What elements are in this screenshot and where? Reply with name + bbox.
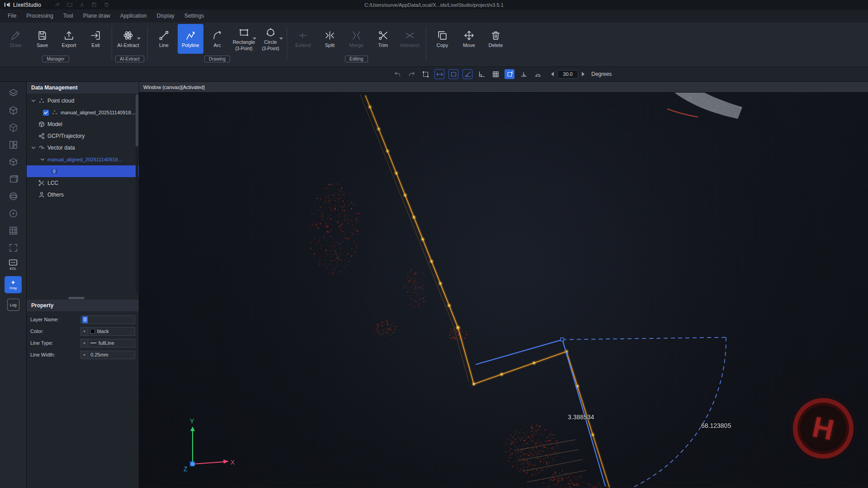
move-icon xyxy=(463,30,475,41)
tree-item-gcp-trajectory[interactable]: GCP/Trajectory xyxy=(27,130,139,142)
ai-extract-button[interactable]: AI-Extract xyxy=(115,24,141,54)
line-type-select[interactable]: ▼ fullLine xyxy=(80,339,135,347)
trim-button[interactable]: Trim xyxy=(370,24,396,54)
panels-tool-icon[interactable] xyxy=(6,139,20,150)
chevron-down-icon[interactable] xyxy=(31,99,36,103)
chevron-down-icon[interactable]: ▼ xyxy=(80,327,88,336)
angle-spinner: 30.0 xyxy=(549,70,586,79)
line-button[interactable]: Line xyxy=(151,24,177,54)
draw-button[interactable]: Draw xyxy=(3,24,28,54)
volume-tool-icon[interactable] xyxy=(6,156,20,168)
tree-item-model[interactable]: Model xyxy=(27,118,139,130)
merge-button[interactable]: Merge xyxy=(344,24,369,54)
sphere-tool-icon[interactable] xyxy=(6,190,20,202)
menu-settings[interactable]: Settings xyxy=(179,9,209,23)
menu-processing[interactable]: Processing xyxy=(21,9,58,23)
tree-horizontal-scrollbar[interactable] xyxy=(27,296,139,300)
tree-item-others[interactable]: Others xyxy=(27,189,139,201)
edl-toggle[interactable]: EDL xyxy=(9,259,18,271)
tree-item-vector-data[interactable]: Vector data xyxy=(27,142,139,154)
save-button[interactable]: Save xyxy=(29,24,55,54)
menu-display[interactable]: Display xyxy=(152,9,179,23)
rectangle-3point-button[interactable]: Rectangle (3-Point) xyxy=(231,24,257,54)
perpendicular2-button[interactable] xyxy=(533,69,542,79)
log-toggle[interactable]: Log xyxy=(7,299,19,311)
chevron-down-icon[interactable] xyxy=(253,38,256,40)
menu-tool[interactable]: Tool xyxy=(58,9,78,23)
scissors-icon xyxy=(377,30,389,41)
log-label: Log xyxy=(9,303,16,307)
chevron-down-icon[interactable] xyxy=(31,145,36,150)
save-small-icon[interactable] xyxy=(91,2,97,8)
export-button[interactable]: Export xyxy=(56,24,82,54)
line-width-select[interactable]: ▼ 0.25mm xyxy=(80,351,135,359)
color-select[interactable]: ▼ black xyxy=(80,327,135,336)
menu-file[interactable]: File xyxy=(3,9,21,23)
mesh-tool-icon[interactable] xyxy=(6,122,20,133)
app-title: LixelStudio xyxy=(13,2,41,8)
chevron-down-icon[interactable] xyxy=(279,38,283,40)
exit-icon xyxy=(90,30,101,41)
angle-input[interactable]: 30.0 xyxy=(557,70,578,79)
intersect-button[interactable]: Intersect xyxy=(397,24,423,54)
window-select-button[interactable] xyxy=(420,69,430,79)
canvas-area: Window (canvas)[Activated] 3.388534 68.1… xyxy=(139,82,868,488)
increase-angle-button[interactable] xyxy=(580,70,586,78)
chevron-down-icon[interactable] xyxy=(137,38,141,40)
split-button[interactable]: Split xyxy=(317,24,343,54)
tree-item-las-file[interactable]: manual_aligned_20251114091826.las xyxy=(27,107,139,118)
rect-snap-button[interactable] xyxy=(448,69,458,79)
tree-item-point-cloud[interactable]: Point cloud xyxy=(27,95,139,107)
redo-button[interactable] xyxy=(406,69,416,79)
menu-plane-draw[interactable]: Plane draw xyxy=(78,9,115,23)
undo-button[interactable] xyxy=(392,69,402,79)
arc-button[interactable]: Arc xyxy=(204,24,230,54)
property-panel: Layer Name: 0 Color: ▼ black Line Type: … xyxy=(27,311,139,361)
layer-name-input[interactable]: 0 xyxy=(80,315,135,324)
chevron-down-icon[interactable]: ▼ xyxy=(80,339,88,347)
group-label-manager: Manager xyxy=(42,56,69,62)
grid-toggle-button[interactable] xyxy=(491,69,500,79)
tree-item-lcc[interactable]: LCC xyxy=(27,177,139,189)
chevron-down-icon[interactable] xyxy=(40,157,45,162)
copy-button[interactable]: Copy xyxy=(429,24,455,54)
exit-button[interactable]: Exit xyxy=(83,24,108,54)
cube-tool-icon[interactable] xyxy=(6,104,20,116)
delete-small-icon[interactable] xyxy=(104,2,109,8)
share-icon[interactable] xyxy=(55,2,61,8)
menu-application[interactable]: Application xyxy=(115,9,152,23)
chevron-down-icon[interactable]: ▼ xyxy=(80,351,88,359)
delete-button[interactable]: Delete xyxy=(483,24,509,54)
polyline-button[interactable]: Polyline xyxy=(178,24,203,54)
perpendicular-button[interactable] xyxy=(519,69,528,79)
move-button[interactable]: Move xyxy=(456,24,482,54)
canvas-tab[interactable]: Window (canvas)[Activated] xyxy=(139,82,868,93)
toolbar-group-editing: Extend Split Merge Trim Intersect xyxy=(290,24,423,66)
open-folder-icon[interactable] xyxy=(67,2,73,8)
visibility-checkbox[interactable] xyxy=(43,110,49,116)
rotate-snap-button[interactable] xyxy=(505,69,514,79)
xray-toggle[interactable]: Xray xyxy=(5,276,22,293)
fullscreen-tool-icon[interactable] xyxy=(6,242,20,253)
layers-tool-icon[interactable] xyxy=(6,87,20,99)
extend-button[interactable]: Extend xyxy=(290,24,316,54)
tree-vertical-scrollbar[interactable] xyxy=(136,94,138,293)
watermark-letter: H xyxy=(810,410,837,447)
orbit-tool-icon[interactable] xyxy=(6,207,20,219)
track-snap-button[interactable] xyxy=(434,69,444,79)
ortho-button[interactable] xyxy=(476,69,486,79)
circle-3point-button[interactable]: Circle (3-Point) xyxy=(258,24,283,54)
rectangle-icon xyxy=(238,27,250,38)
import-icon[interactable] xyxy=(79,2,85,8)
angle-snap-button[interactable] xyxy=(462,69,472,79)
decrease-angle-button[interactable] xyxy=(549,70,556,78)
box-section-tool-icon[interactable] xyxy=(6,173,20,185)
tree-item-layer-0[interactable]: 0 xyxy=(27,165,139,177)
xray-label: Xray xyxy=(9,286,17,290)
point-cloud-render[interactable] xyxy=(139,93,868,488)
tree-item-dxf-file[interactable]: manual_aligned_20251114091826.dxf xyxy=(27,154,139,165)
scrollbar-thumb[interactable] xyxy=(136,94,138,146)
viewport[interactable]: 3.388534 68.123805 Y X Z H xyxy=(139,93,868,488)
table-tool-icon[interactable] xyxy=(6,225,20,236)
scrollbar-thumb[interactable] xyxy=(68,297,85,299)
